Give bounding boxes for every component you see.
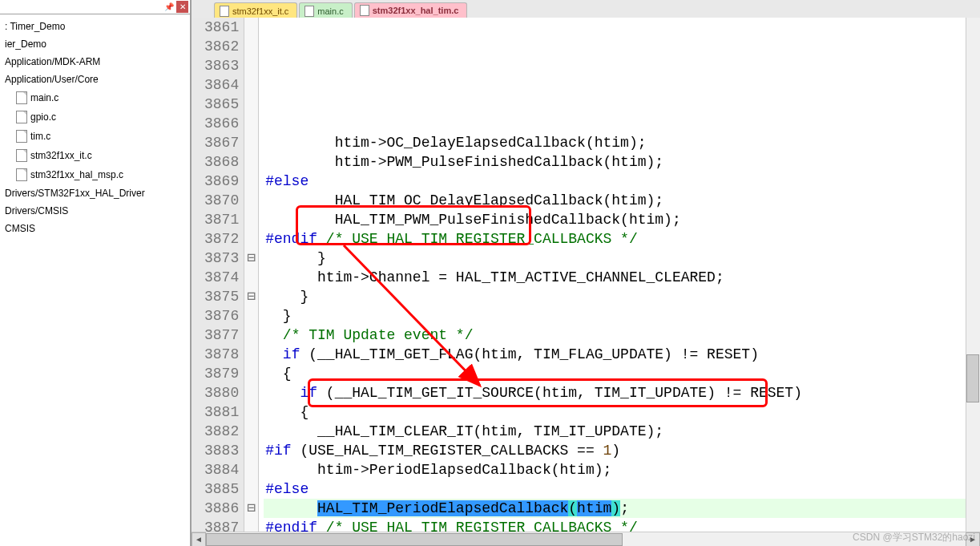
- tab-label: main.c: [317, 6, 343, 16]
- code-token: HAL_TIM_PeriodElapsedCallback: [317, 500, 568, 516]
- fold-toggle-icon[interactable]: ⊟: [244, 499, 258, 518]
- file-icon: [360, 5, 369, 16]
- vertical-scrollbar[interactable]: [966, 18, 980, 532]
- fold-toggle-icon[interactable]: ⊟: [244, 287, 258, 306]
- code-line[interactable]: #if (USE_HAL_TIM_REGISTER_CALLBACKS == 1…: [264, 441, 980, 460]
- tree-item-label: CMSIS: [5, 223, 35, 234]
- code-token: if: [300, 385, 317, 401]
- code-token: OC_DelayElapsedCallback: [386, 135, 585, 151]
- code-token: HAL_TIM_OC_DelayElapsedCallback(htim);: [265, 192, 663, 208]
- tab-label: stm32f1xx_hal_tim.c: [373, 6, 459, 15]
- code-line[interactable]: HAL_TIM_PWM_PulseFinishedCallback(htim);: [264, 210, 980, 229]
- line-number: 3871: [204, 210, 239, 229]
- line-number: 3866: [204, 114, 239, 133]
- code-line[interactable]: /* TIM Update event */: [264, 326, 980, 345]
- editor-tab[interactable]: main.c: [299, 2, 352, 18]
- code-line[interactable]: htim->PWM_PulseFinishedCallback(htim);: [264, 152, 980, 172]
- code-line[interactable]: {: [264, 402, 980, 422]
- code-line[interactable]: htim->PeriodElapsedCallback(htim);: [264, 460, 980, 479]
- code-line[interactable]: htim->OC_DelayElapsedCallback(htim);: [264, 133, 980, 152]
- line-number: 3864: [204, 75, 239, 95]
- tree-item[interactable]: main.c: [0, 88, 190, 107]
- fold-guide: [244, 518, 258, 532]
- code-token: 1: [603, 443, 612, 459]
- pin-icon[interactable]: 📌: [163, 2, 175, 13]
- code-token: /* TIM Update event */: [283, 327, 474, 343]
- code-line[interactable]: #else: [264, 479, 980, 499]
- close-icon[interactable]: ✕: [176, 1, 188, 13]
- fold-guide: [244, 229, 258, 249]
- code-token: #else: [265, 173, 309, 189]
- scroll-track[interactable]: [206, 532, 966, 547]
- line-number: 3886: [204, 499, 239, 518]
- tree-item[interactable]: Application/MDK-ARM: [0, 53, 190, 71]
- fold-guide: [244, 402, 258, 422]
- line-number: 3865: [204, 95, 239, 114]
- code-token: (__HAL_TIM_GET_IT_SOURCE(htim, TIM_IT_UP…: [317, 385, 802, 401]
- tree-item-label: tim.c: [30, 131, 50, 142]
- code-line[interactable]: if (__HAL_TIM_GET_IT_SOURCE(htim, TIM_IT…: [264, 383, 980, 402]
- code-line[interactable]: if (__HAL_TIM_GET_FLAG(htim, TIM_FLAG_UP…: [264, 345, 980, 364]
- line-number: 3882: [204, 422, 239, 441]
- line-number: 3880: [204, 383, 239, 402]
- code-line[interactable]: #endif /* USE_HAL_TIM_REGISTER_CALLBACKS…: [264, 229, 980, 249]
- code-token: __HAL_TIM_CLEAR_IT(htim, TIM_IT_UPDATE);: [265, 423, 663, 439]
- scroll-left-button[interactable]: ◄: [192, 532, 206, 547]
- scroll-thumb[interactable]: [206, 533, 623, 546]
- line-number-gutter: 3861386238633864386538663867386838693870…: [192, 18, 244, 532]
- code-token: /* USE_HAL_TIM_REGISTER_CALLBACKS */: [317, 520, 638, 532]
- fold-guide: [244, 364, 258, 383]
- file-icon: [16, 111, 27, 123]
- tree-item[interactable]: Application/User/Core: [0, 71, 190, 88]
- code-token: [265, 385, 300, 401]
- code-token: (: [568, 500, 577, 516]
- line-number: 3862: [204, 37, 239, 56]
- code-token: #else: [265, 481, 309, 497]
- scroll-thumb[interactable]: [966, 354, 979, 402]
- tree-item[interactable]: tim.c: [0, 127, 190, 146]
- tree-item[interactable]: Drivers/CMSIS: [0, 202, 190, 220]
- tree-item[interactable]: Drivers/STM32F1xx_HAL_Driver: [0, 184, 190, 202]
- fold-guide: [244, 114, 258, 133]
- fold-guide: [244, 133, 258, 152]
- editor-tab[interactable]: stm32f1xx_hal_tim.c: [354, 2, 468, 18]
- project-tree[interactable]: : Timer_Demoier_DemoApplication/MDK-ARMA…: [0, 14, 190, 546]
- code-line[interactable]: __HAL_TIM_CLEAR_IT(htim, TIM_IT_UPDATE);: [264, 422, 980, 441]
- line-number: 3885: [204, 479, 239, 499]
- code-line[interactable]: HAL_TIM_PeriodElapsedCallback(htim);: [264, 499, 980, 518]
- fold-toggle-icon[interactable]: ⊟: [244, 249, 258, 268]
- tree-item[interactable]: CMSIS: [0, 220, 190, 237]
- tree-item[interactable]: : Timer_Demo: [0, 18, 190, 35]
- code-line[interactable]: }: [264, 249, 980, 268]
- tree-item[interactable]: gpio.c: [0, 107, 190, 127]
- line-number: 3867: [204, 133, 239, 152]
- code-token: [265, 327, 283, 343]
- fold-guide: [244, 75, 258, 95]
- code-token: HAL_TIM_PWM_PulseFinishedCallback(htim);: [265, 212, 680, 228]
- code-line[interactable]: htim->Channel = HAL_TIM_ACTIVE_CHANNEL_C…: [264, 268, 980, 287]
- tree-item-label: Drivers/CMSIS: [5, 205, 68, 216]
- line-number: 3879: [204, 364, 239, 383]
- tree-item-label: Drivers/STM32F1xx_HAL_Driver: [5, 188, 145, 199]
- tree-item[interactable]: stm32f1xx_it.c: [0, 146, 190, 165]
- tree-item[interactable]: stm32f1xx_hal_msp.c: [0, 165, 190, 184]
- line-number: 3876: [204, 306, 239, 326]
- tree-item[interactable]: ier_Demo: [0, 35, 190, 53]
- fold-guide: [244, 306, 258, 326]
- fold-guide: [244, 18, 258, 37]
- fold-guide: [244, 95, 258, 114]
- code-line[interactable]: #else: [264, 172, 980, 191]
- code-line[interactable]: HAL_TIM_OC_DelayElapsedCallback(htim);: [264, 191, 980, 210]
- code-line[interactable]: }: [264, 287, 980, 306]
- fold-guide: [244, 56, 258, 75]
- editor-tab[interactable]: stm32f1xx_it.c: [214, 2, 297, 18]
- code-editor[interactable]: 3861386238633864386538663867386838693870…: [192, 18, 980, 532]
- line-number: 3878: [204, 345, 239, 364]
- code-area[interactable]: htim->OC_DelayElapsedCallback(htim); hti…: [264, 18, 980, 532]
- fold-guide: [244, 172, 258, 191]
- watermark: CSDN @学习STM32的haozi: [853, 531, 975, 544]
- code-line[interactable]: #endif /* USE_HAL_TIM_REGISTER_CALLBACKS…: [264, 518, 980, 532]
- fold-gutter[interactable]: ⊟ ⊟ ⊟: [244, 18, 259, 532]
- code-line[interactable]: }: [264, 306, 980, 326]
- code-line[interactable]: {: [264, 364, 980, 383]
